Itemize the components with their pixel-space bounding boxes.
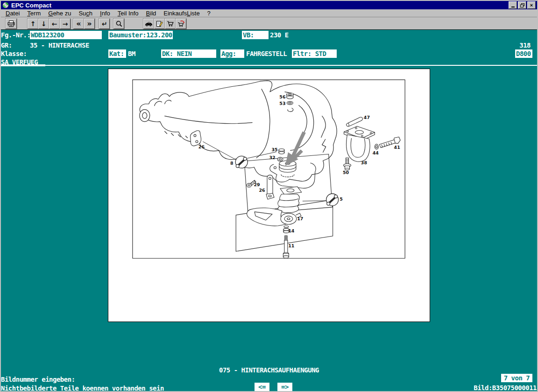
callout-35[interactable]: 35: [271, 147, 277, 152]
cart-remove-button[interactable]: [176, 19, 186, 29]
callout-47[interactable]: 47: [364, 115, 370, 120]
fast-back-icon: «: [76, 20, 81, 28]
vehicle-info-button[interactable]: [143, 19, 154, 29]
dk-label: DK:: [162, 50, 173, 57]
right-arrow-icon: →: [63, 21, 68, 27]
fast-forward-button[interactable]: »: [84, 19, 95, 29]
restore-button[interactable]: [518, 1, 526, 9]
next-image-button[interactable]: =>: [277, 383, 292, 391]
cart-button[interactable]: [165, 19, 176, 29]
magnifier-icon: [116, 21, 122, 27]
nav-down-button[interactable]: ↓: [38, 19, 49, 29]
enter-icon: ↵: [102, 21, 107, 27]
baumuster-label: Baumuster:: [109, 31, 146, 39]
nav-up-button[interactable]: ↑: [28, 19, 38, 29]
page-indicator: 7 von 7: [501, 374, 532, 382]
menu-item-info[interactable]: Info: [96, 9, 114, 17]
menu-item-einkaufsliste[interactable]: EinkaufsListe: [160, 9, 203, 17]
fgnr-value: WDB123200: [31, 31, 64, 39]
callout-26[interactable]: 26: [259, 188, 265, 193]
parts-diagram: 56534726353283844415029265171411: [108, 69, 430, 322]
menu-item-?[interactable]: ?: [204, 9, 214, 17]
minimize-button[interactable]: [509, 1, 517, 9]
menu-item-teil-info[interactable]: Teil Info: [114, 9, 142, 17]
fgnr-label: Fg.-Nr.:: [1, 31, 30, 39]
gr-label: GR:: [1, 41, 12, 49]
menubar: DateiTermGehe zuSuchInfoTeil InfoBildEin…: [1, 9, 537, 17]
status-prompt: Bildnummer eingeben:: [1, 375, 75, 384]
close-button[interactable]: ×: [527, 1, 536, 9]
callout-53[interactable]: 53: [279, 101, 285, 106]
callout-29[interactable]: 29: [254, 182, 260, 187]
screen-code-value: D800: [516, 50, 531, 57]
callout-8[interactable]: 8: [230, 161, 234, 166]
window-title: EPC Compact: [11, 2, 508, 9]
zoom-button[interactable]: [113, 19, 124, 29]
menu-item-bild[interactable]: Bild: [142, 9, 160, 17]
fltr-label: Fltr:: [293, 50, 311, 57]
page-code: 318: [519, 41, 531, 49]
callout-5[interactable]: 5: [340, 196, 343, 202]
fltr-field[interactable]: Fltr:STD: [292, 49, 337, 58]
callout-17[interactable]: 17: [297, 216, 303, 221]
callout-38[interactable]: 38: [361, 160, 367, 165]
callout-50[interactable]: 50: [343, 170, 349, 175]
kat-label: Kat:: [109, 50, 124, 57]
printer-icon: [7, 21, 15, 27]
callout-14[interactable]: 14: [288, 228, 295, 233]
klasse-label: Klasse:: [1, 49, 27, 58]
nav-right-button[interactable]: →: [60, 19, 71, 29]
status-note: Nichtbebilderte Teile koennen vorhanden …: [1, 384, 164, 392]
cart-icon: [167, 21, 174, 27]
epc-window: EPC Compact × DateiTermGehe zuSuchInfoTe…: [0, 0, 538, 392]
menu-item-gehe-zu[interactable]: Gehe zu: [44, 9, 75, 17]
vb-value: 230 E: [270, 31, 289, 39]
notepad-pencil-icon: [156, 21, 163, 27]
car-icon: [145, 21, 153, 27]
dk-value: NEIN: [173, 50, 192, 57]
baumuster-field[interactable]: Baumuster:123.200: [108, 31, 173, 39]
vb-field[interactable]: VB:: [242, 31, 269, 39]
titlebar: EPC Compact ×: [1, 1, 537, 9]
fast-back-button[interactable]: «: [73, 19, 84, 29]
screen-code: D800: [515, 49, 532, 58]
print-button[interactable]: [6, 19, 17, 29]
prev-image-button[interactable]: <=: [255, 383, 269, 391]
fltr-value: STD: [311, 50, 326, 57]
left-arrow-icon: ←: [52, 21, 57, 27]
agg-field[interactable]: Agg:: [220, 49, 244, 58]
down-arrow-icon: ↓: [41, 21, 47, 27]
parts-image-panel[interactable]: 56534726353283844415029265171411: [108, 69, 430, 322]
menu-item-term[interactable]: Term: [23, 9, 44, 17]
baumuster-value: 123.200: [146, 31, 172, 39]
cart-red-arrow-icon: [177, 21, 185, 27]
enter-button[interactable]: ↵: [99, 19, 110, 29]
fgnr-field[interactable]: WDB123200: [30, 31, 102, 39]
agg-value: FAHRGESTELL: [246, 49, 287, 58]
up-arrow-icon: ↑: [30, 21, 36, 27]
vb-label: VB:: [243, 31, 254, 39]
kat-field[interactable]: Kat:: [108, 49, 126, 58]
dk-field[interactable]: DK:NEIN: [161, 49, 216, 58]
menu-item-such[interactable]: Such: [75, 9, 96, 17]
gr-value: 35 - HINTERACHSE: [30, 41, 89, 49]
notes-button[interactable]: [154, 19, 165, 29]
cd-app-icon: [2, 2, 9, 8]
callout-56[interactable]: 56: [279, 94, 286, 99]
nav-left-button[interactable]: ←: [49, 19, 60, 29]
header-separator: [45, 65, 538, 66]
toolbar: ↑ ↓ ← → « » ↵: [1, 18, 537, 30]
menu-item-datei[interactable]: Datei: [2, 9, 23, 17]
callout-26[interactable]: 26: [198, 144, 205, 149]
agg-label: Agg:: [221, 50, 236, 57]
callout-41[interactable]: 41: [394, 145, 400, 150]
callout-44[interactable]: 44: [373, 150, 379, 155]
group-title: 075 - HINTERACHSAUFHAENGUNG: [0, 366, 538, 374]
image-id: Bild:B35075000011: [474, 384, 537, 392]
kat-value: BM: [128, 49, 135, 58]
sa-underline: [0, 64, 45, 66]
callout-32[interactable]: 32: [269, 155, 275, 160]
fast-forward-icon: »: [87, 20, 92, 28]
callout-11[interactable]: 11: [288, 243, 294, 248]
